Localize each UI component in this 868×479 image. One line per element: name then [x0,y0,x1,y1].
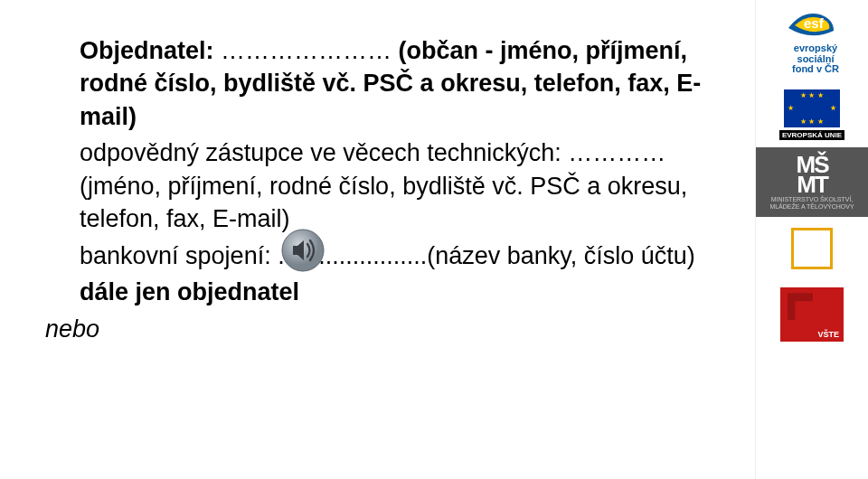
slide-content: Objednatel: (občan - jméno, příjmení, ro… [0,0,755,479]
logo-eu: ★★ EVROPSKÁ UNIE [756,82,868,147]
paragraph-zastupce: odpovědný zástupce ve věcech technických… [80,136,737,235]
opvk-icon [791,228,833,269]
vste-label: VŠTE [817,330,839,339]
eu-flag-icon: ★★ [784,89,840,127]
label-objednatel: Objednatel: [80,37,214,64]
esf-icon: esf [784,5,840,42]
speaker-icon[interactable] [280,228,326,277]
svg-text:esf: esf [804,15,825,31]
text-bankovni-rest: ......................(název banky, čísl… [278,242,695,269]
logo-msmt: MŠMT MINISTERSTVO ŠKOLSTVÍ, MLÁDEŽE A TĚ… [756,147,868,218]
logo-sidebar: esf evropský sociální fond v ČR ★★ EVROP… [755,0,868,479]
logo-opvk [756,217,868,280]
esf-text-1: evropský [787,43,837,54]
paragraph-objednatel: Objednatel: (občan - jméno, příjmení, ro… [80,34,737,133]
logo-vste: VŠTE [756,280,868,349]
dots-placeholder [221,37,392,64]
slide: Objednatel: (občan - jméno, příjmení, ro… [0,0,868,479]
paragraph-bankovni: bankovní spojení: ......................… [80,240,737,272]
msmt-icon: MŠMT [797,155,828,194]
label-bankovni: bankovní spojení: [80,242,271,269]
paragraph-dalejen: dále jen objednatel [80,276,737,308]
esf-text-3: fond v ČR [785,64,839,75]
vste-icon: VŠTE [780,287,844,342]
eu-label: EVROPSKÁ UNIE [779,130,844,140]
logo-esf: esf evropský sociální fond v ČR [756,0,868,82]
msmt-text: MINISTERSTVO ŠKOLSTVÍ, MLÁDEŽE A TĚLOVÝC… [760,196,864,210]
paragraph-nebo: nebo [45,313,737,345]
